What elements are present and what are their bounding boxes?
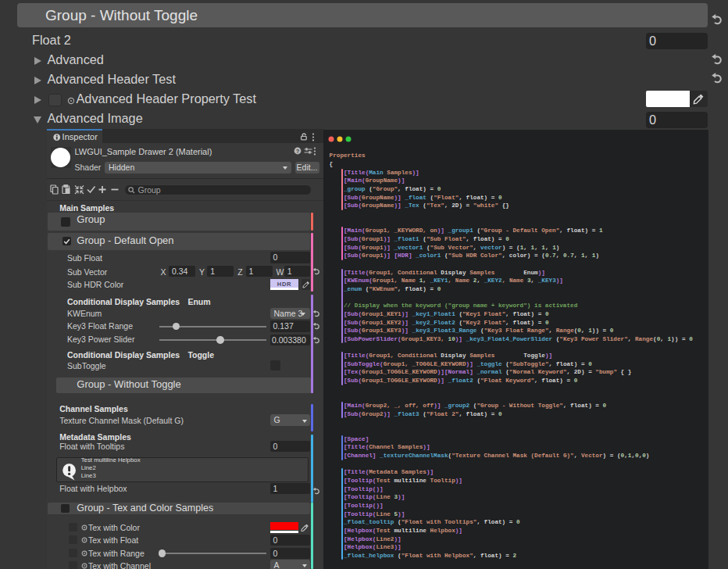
svg-text:?: ? (296, 148, 300, 155)
